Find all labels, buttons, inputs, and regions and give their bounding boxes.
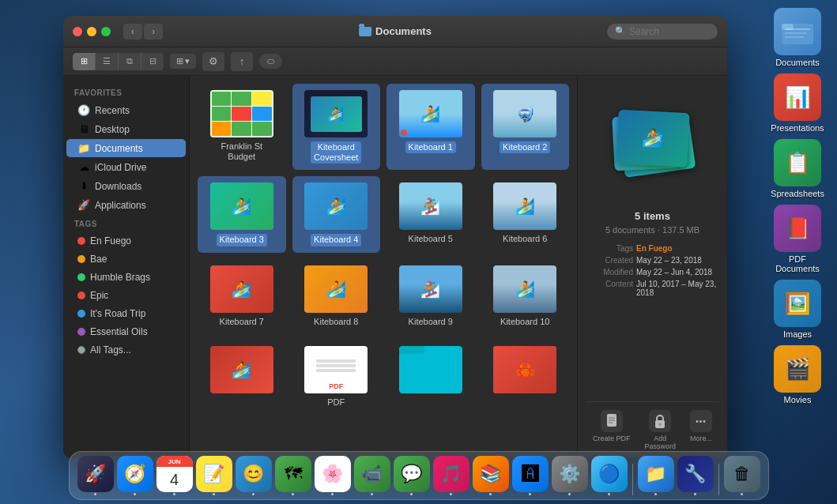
sidebar-tag-all-tags[interactable]: All Tags... — [66, 341, 186, 359]
dock-photos[interactable]: 🌸 — [315, 456, 351, 495]
view-buttons: ⊞ ☰ ⧉ ⊟ — [73, 53, 164, 70]
desktop-icon-pdfdocs[interactable]: 📕 PDF Documents — [766, 205, 829, 273]
dock-system-settings[interactable]: ⚙️ — [552, 456, 588, 495]
file-kiteboard-9[interactable]: 🏂 Kiteboard 9 — [386, 259, 475, 333]
sidebar-label-humble-brags: Humble Brags — [90, 272, 150, 283]
file-kiteboard-coversheet[interactable]: 🏄 KiteboardCoversheet — [292, 84, 381, 170]
maximize-button[interactable] — [101, 27, 111, 36]
info-preview: 🏄 🏄 🏄 — [586, 84, 719, 202]
dock-trash[interactable]: 🗑 — [724, 456, 760, 495]
dock-messages[interactable]: 💬 — [394, 456, 430, 495]
dock-facetime[interactable]: 📹 — [354, 456, 390, 495]
file-kiteboard-10[interactable]: 🏄 Kiteboard 10 — [481, 259, 570, 333]
sidebar-item-downloads[interactable]: ⬇ Downloads — [66, 177, 186, 195]
sidebar-item-applications[interactable]: 🚀 Applications — [66, 196, 186, 214]
sort-dropdown[interactable]: ⊞ ▾ — [170, 54, 196, 69]
desktop-icon-movies[interactable]: 🎬 Movies — [766, 345, 829, 404]
close-button[interactable] — [73, 27, 82, 36]
desktop-icon-presentations[interactable]: 📊 Presentations — [766, 73, 829, 133]
dock-dot — [252, 493, 254, 495]
desktop-icon-images[interactable]: 🖼️ Images — [766, 280, 829, 339]
action-button[interactable]: ⚙ — [202, 52, 224, 71]
sidebar-tag-humble-brags[interactable]: Humble Brags — [66, 269, 186, 286]
file-folder-teal[interactable] — [386, 340, 475, 414]
file-kiteboard-extra[interactable]: 🏄 — [198, 340, 286, 414]
svg-rect-2 — [785, 28, 810, 30]
sidebar-item-documents[interactable]: 📁 Documents — [66, 139, 186, 157]
folder-title-icon — [359, 27, 371, 36]
recents-icon: 🕐 — [77, 104, 90, 116]
dock-dot — [331, 493, 334, 495]
share-button[interactable]: ↑ — [231, 52, 253, 71]
view-gallery-button[interactable]: ⊟ — [141, 53, 164, 70]
dock-files[interactable]: 📁 — [638, 456, 674, 495]
dock-maps[interactable]: 🗺 — [275, 456, 311, 495]
file-thumb-kiteboard1: 🏄 — [399, 90, 462, 137]
desktop-icon-spreadsheets[interactable]: 📋 Spreadsheets — [766, 139, 829, 198]
file-kiteboard-5[interactable]: 🏂 Kiteboard 5 — [386, 176, 475, 252]
file-kiteboard-1[interactable]: 🏄 Kiteboard 1 — [386, 84, 475, 170]
file-kiteboard-2[interactable]: 🤿 Kiteboard 2 — [481, 84, 570, 170]
sidebar-tag-en-fuego[interactable]: En Fuego — [66, 232, 186, 250]
dock-mirror[interactable]: 🔵 — [591, 456, 628, 495]
back-button[interactable]: ‹ — [123, 24, 142, 39]
view-grid-button[interactable]: ⊞ — [73, 53, 95, 70]
file-label-kb3: Kiteboard 3 — [217, 234, 267, 246]
search-input[interactable] — [629, 26, 710, 37]
dock-books[interactable]: 📚 — [473, 456, 509, 495]
sidebar-item-desktop[interactable]: 🖥 Desktop — [66, 120, 186, 138]
sidebar-item-icloud[interactable]: ☁ iCloud Drive — [66, 158, 186, 176]
sidebar-label-all-tags: All Tags... — [90, 344, 131, 355]
sidebar-tag-essential-oils[interactable]: Essential Oils — [66, 323, 186, 340]
sidebar-tag-epic[interactable]: Epic — [66, 287, 186, 304]
file-thumb-kiteboard5: 🏂 — [399, 182, 462, 230]
create-pdf-icon — [601, 410, 623, 432]
file-grid: Franklin StBudget 🏄 KiteboardCoversheet … — [190, 76, 577, 458]
sidebar-label-bae: Bae — [90, 254, 107, 265]
dock-xcode[interactable]: 🔧 — [677, 456, 714, 495]
file-franklin-st[interactable]: Franklin StBudget — [198, 84, 286, 170]
view-columns-button[interactable]: ⧉ — [119, 53, 141, 70]
file-kiteboard-6[interactable]: 🏄 Kiteboard 6 — [481, 176, 570, 252]
file-thumb-kiteboard3: 🏄 — [210, 182, 273, 230]
more-button[interactable]: ••• More... — [690, 410, 712, 450]
view-list-button[interactable]: ☰ — [96, 53, 118, 70]
file-kiteboard-3[interactable]: 🏄 Kiteboard 3 — [198, 176, 286, 252]
file-pdf-doc[interactable]: PDF PDF — [292, 340, 381, 414]
applications-icon: 🚀 — [77, 199, 90, 211]
dock-dot — [608, 493, 610, 495]
dock-dot — [568, 493, 571, 495]
file-label-franklin: Franklin StBudget — [221, 141, 262, 162]
info-row-content: Content Jul 10, 2017 – May 23, 2018 — [586, 280, 719, 297]
dock-calendar[interactable]: JUN 4 — [156, 456, 193, 495]
dock-safari[interactable]: 🧭 — [117, 456, 153, 495]
dock-notes[interactable]: 📝 — [196, 456, 232, 495]
add-password-button[interactable]: AddPassword — [644, 410, 676, 450]
dock-dot — [741, 493, 743, 495]
sidebar-label-epic: Epic — [90, 290, 108, 301]
finder-window: ‹ › Documents 🔍 ⊞ ☰ ⧉ ⊟ ⊞ ▾ ⚙ ↑ ⬭ — [63, 16, 727, 458]
create-pdf-button[interactable]: Create PDF — [593, 410, 631, 450]
tag-button[interactable]: ⬭ — [259, 54, 282, 69]
desktop-icon-documents[interactable]: Documents — [766, 8, 829, 67]
dock-finder[interactable]: 😊 — [236, 456, 272, 495]
forward-button[interactable]: › — [144, 24, 163, 39]
dock-launchpad[interactable]: 🚀 — [77, 456, 114, 495]
file-label-kb7: Kiteboard 7 — [220, 317, 264, 327]
sidebar-tag-bae[interactable]: Bae — [66, 250, 186, 268]
sidebar-tag-road-trip[interactable]: It's Road Trip — [66, 305, 186, 322]
dock-appstore[interactable]: 🅰 — [512, 456, 549, 495]
file-thumb-kite-extra: 🏄 — [210, 346, 273, 393]
file-kiteboard-7[interactable]: 🏄 Kiteboard 7 — [198, 259, 286, 333]
dock-music[interactable]: 🎵 — [433, 456, 469, 495]
sidebar-item-recents[interactable]: 🕐 Recents — [66, 101, 186, 119]
info-value-created: May 22 – 23, 2018 — [636, 256, 719, 265]
file-kiteboard-4[interactable]: 🏄 Kiteboard 4 — [292, 176, 381, 252]
favorites-label: Favorites — [63, 84, 189, 100]
file-thumb-kiteboard10: 🏄 — [493, 265, 556, 313]
search-box[interactable]: 🔍 — [607, 24, 718, 39]
info-items-desc: 5 documents · 137.5 MB — [586, 225, 719, 235]
file-crab[interactable]: 🦀 — [481, 340, 570, 414]
minimize-button[interactable] — [87, 27, 96, 36]
file-kiteboard-8[interactable]: 🏄 Kiteboard 8 — [292, 259, 381, 333]
